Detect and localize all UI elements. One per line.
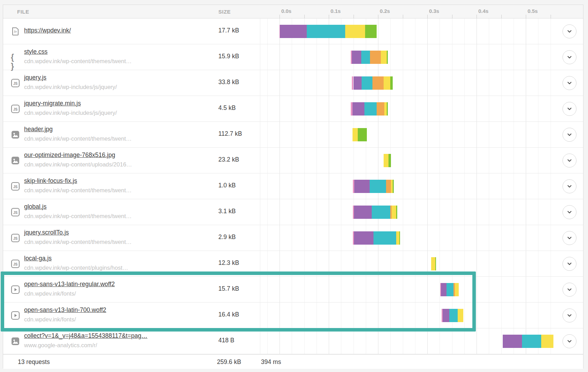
bar-segment-green[interactable] <box>358 128 366 141</box>
bar-segment-green[interactable] <box>396 206 397 219</box>
bar-segment-purple[interactable] <box>503 335 522 348</box>
file-url: www.google-analytics.com/r/ <box>24 342 97 349</box>
expand-button[interactable] <box>562 205 576 219</box>
expand-button[interactable] <box>562 102 576 116</box>
expand-button[interactable] <box>562 283 576 297</box>
file-link[interactable]: https://wpdev.ink/ <box>24 27 71 34</box>
chevron-down-icon <box>566 261 573 267</box>
file-link[interactable]: jquery.scrollTo.js <box>24 229 69 236</box>
bar-segment-yellow[interactable] <box>384 76 391 90</box>
file-link[interactable]: our-optimized-image-768x516.jpg <box>24 151 115 159</box>
bar-segment-yellow[interactable] <box>458 309 463 322</box>
file-size: 17.7 kB <box>218 27 239 34</box>
file-size: 1.0 kB <box>218 182 236 189</box>
expand-button[interactable] <box>562 334 576 348</box>
file-link[interactable]: local-ga.js <box>24 255 52 262</box>
bar-segment-yellow[interactable] <box>392 206 396 219</box>
expand-button[interactable] <box>562 50 576 64</box>
bar-segment-cyan[interactable] <box>449 309 458 322</box>
request-row: our-optimized-image-768x516.jpgcdn.wpdev… <box>3 148 583 173</box>
bar-segment-green[interactable] <box>365 25 376 38</box>
file-size: 15.7 kB <box>218 285 239 292</box>
bar-segment-yellow[interactable] <box>396 231 399 245</box>
bar-segment-green[interactable] <box>387 51 388 64</box>
bar-segment-purple[interactable] <box>443 309 450 322</box>
tick-mark <box>477 15 477 18</box>
file-link[interactable]: collect?v=1&_v=j48&a=1554388117&t=pag… <box>24 332 147 340</box>
bar-segment-purple[interactable] <box>354 76 362 90</box>
bar-segment-cyan[interactable] <box>361 51 370 64</box>
request-row: open-sans-v13-latin-700.woff2cdn.wpdev.i… <box>3 303 583 328</box>
bar-segment-cyan[interactable] <box>522 335 541 348</box>
bar-segment-yellow[interactable] <box>353 128 358 141</box>
bar-segment-cyan[interactable] <box>362 76 372 90</box>
expand-button[interactable] <box>562 76 576 90</box>
bar-segment-yellow[interactable] <box>345 25 365 38</box>
bar-segment-cyan[interactable] <box>370 180 386 193</box>
time-tick-label: 0.1s <box>331 8 341 14</box>
js-icon: JS <box>11 79 20 88</box>
file-link[interactable]: header.jpg <box>24 126 53 133</box>
svg-text:/>: /> <box>14 30 16 34</box>
bar-segment-cyan[interactable] <box>447 283 453 296</box>
file-link[interactable]: global.js <box>24 203 46 210</box>
file-size: 23.2 kB <box>218 156 239 163</box>
bar-segment-yellow[interactable] <box>381 51 387 64</box>
bar-segment-yellow[interactable] <box>384 154 389 167</box>
expand-button[interactable] <box>562 128 576 142</box>
file-url: cdn.wpdev.ink/wp-content/plugins/host… <box>24 265 128 271</box>
file-link[interactable]: open-sans-v13-latin-700.woff2 <box>24 306 106 314</box>
chevron-down-icon <box>566 54 573 60</box>
js-icon: JS <box>11 208 20 217</box>
bar-segment-green[interactable] <box>435 257 436 270</box>
expand-button[interactable] <box>562 308 576 322</box>
bar-segment-purple[interactable] <box>353 102 364 116</box>
file-link[interactable]: open-sans-v13-latin-regular.woff2 <box>24 281 115 288</box>
bar-segment-cyan[interactable] <box>364 102 377 116</box>
bar-segment-purple[interactable] <box>441 283 447 296</box>
bar-segment-cyan[interactable] <box>307 25 345 38</box>
expand-button[interactable] <box>562 179 576 193</box>
request-row: JSskip-link-focus-fix.jscdn.wpdev.ink/wp… <box>3 173 583 199</box>
file-link[interactable]: style.css <box>24 48 48 55</box>
tick-mark <box>452 15 452 18</box>
file-url: cdn.wpdev.ink/wp-includes/js/jquery/ <box>24 84 117 90</box>
chevron-down-icon <box>566 338 573 344</box>
bar-segment-purple[interactable] <box>354 231 373 245</box>
bar-segment-purple[interactable] <box>354 206 372 219</box>
expand-button[interactable] <box>562 24 576 38</box>
bar-segment-green[interactable] <box>390 76 393 90</box>
tick-mark <box>501 15 502 18</box>
bar-segment-yellow[interactable] <box>455 283 459 296</box>
chevron-down-icon <box>566 28 573 35</box>
bar-segment-orange[interactable] <box>386 180 391 193</box>
bar-segment-cyan[interactable] <box>372 206 391 219</box>
tick-mark <box>280 15 280 18</box>
bar-segment-purple[interactable] <box>352 51 361 64</box>
tick-mark <box>304 15 305 18</box>
bar-segment-green[interactable] <box>389 154 391 167</box>
bar-segment-yellow[interactable] <box>431 257 435 270</box>
file-size: 112.7 kB <box>218 130 242 137</box>
bar-segment-green[interactable] <box>393 180 394 193</box>
expand-button[interactable] <box>562 154 576 168</box>
file-link[interactable]: jquery.js <box>24 74 46 81</box>
bar-segment-green[interactable] <box>399 231 400 245</box>
file-size: 418 B <box>218 337 234 344</box>
bar-segment-purple[interactable] <box>280 25 306 38</box>
file-url: cdn.wpdev.ink/wp-content/themes/twent… <box>24 187 132 194</box>
bar-segment-orange[interactable] <box>370 51 381 64</box>
expand-button[interactable] <box>562 231 576 245</box>
bar-segment-green[interactable] <box>387 102 388 116</box>
bar-segment-yellow[interactable] <box>384 102 387 116</box>
expand-button[interactable] <box>562 257 576 271</box>
bar-segment-orange[interactable] <box>377 102 385 116</box>
bar-segment-yellow[interactable] <box>541 335 553 348</box>
image-icon <box>11 156 20 165</box>
bar-segment-orange[interactable] <box>372 76 383 90</box>
bar-segment-cyan[interactable] <box>373 231 396 245</box>
file-link[interactable]: skip-link-focus-fix.js <box>24 177 77 185</box>
file-link[interactable]: jquery-migrate.min.js <box>24 100 81 107</box>
bar-segment-purple[interactable] <box>354 180 370 193</box>
request-row: open-sans-v13-latin-regular.woff2cdn.wpd… <box>3 277 583 303</box>
